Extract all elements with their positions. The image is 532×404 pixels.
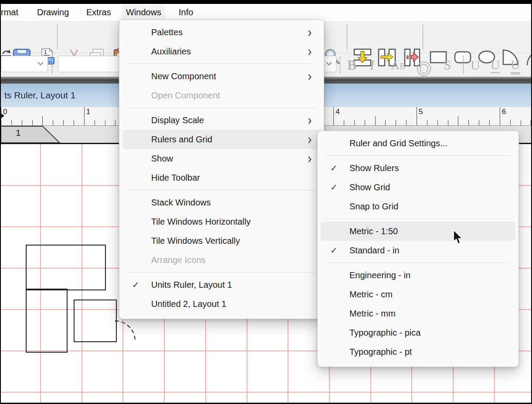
layout-tab[interactable] [1, 126, 62, 143]
menu-item-label: Metric - 1:50 [321, 226, 398, 236]
submenu-item-typographic-pica[interactable]: Typographic - pica [321, 323, 515, 342]
ruler-tick [396, 120, 396, 125]
ruler-tick [385, 120, 386, 125]
ruler-tick [74, 120, 74, 125]
menu-separator [128, 272, 315, 273]
ruler-tick [53, 120, 53, 125]
draw-arc-icon[interactable] [525, 48, 531, 67]
ruler-tick [468, 120, 469, 125]
menu-item-open-component: Open Component [122, 86, 321, 105]
window-title: ts Ruler, Layout 1 [4, 84, 75, 107]
chevron-right-icon: › [308, 150, 312, 167]
ruler-tick [1, 107, 1, 125]
menu-item-hide-toolbar[interactable]: Hide Toolbar [122, 168, 321, 187]
submenu-item-metric-1-50[interactable]: Metric - 1:50 [321, 222, 515, 241]
toolbar-separator [340, 56, 340, 74]
ruler-tick [489, 120, 490, 125]
underline-button[interactable]: U [471, 57, 480, 74]
toolbar-separator [347, 24, 347, 50]
ruler-tick [333, 107, 334, 125]
ruler-tick [22, 120, 22, 125]
ruler-number: 5 [419, 108, 423, 116]
menu-item-label: Palettes [122, 27, 183, 37]
chevron-right-icon: › [308, 111, 312, 128]
style-dropdown[interactable] [1, 56, 48, 72]
menu-item-label: Ruler and Grid Settings... [321, 138, 447, 148]
menu-item-show[interactable]: Show› [122, 149, 321, 168]
chevron-down-icon [325, 61, 332, 66]
menu-item-units-ruler-layout-1[interactable]: ✓Units Ruler, Layout 1 [122, 275, 321, 294]
submenu-item-ruler-and-grid-settings[interactable]: Ruler and Grid Settings... [321, 134, 515, 153]
toolbar-separator [463, 56, 464, 74]
ruler-tick [437, 120, 438, 125]
submenu-item-standard-in[interactable]: ✓Standard - in [321, 241, 515, 260]
menu-item-display-scale[interactable]: Display Scale› [122, 111, 321, 130]
menu-separator [326, 155, 510, 156]
drawn-rectangle-shape[interactable] [26, 289, 68, 353]
menu-item-tile-windows-horizontally[interactable]: Tile Windows Horizontally [122, 212, 321, 231]
svg-text:1: 1 [44, 49, 47, 55]
menu-bar: rmat Drawing Extras Windows Info [1, 4, 531, 21]
menu-item-label: Tile Windows Vertically [122, 236, 240, 246]
menubar-item-info[interactable]: Info [174, 5, 197, 20]
menu-item-arrange-icons: Arrange Icons [122, 250, 321, 269]
menu-item-label: New Component [122, 71, 216, 81]
menu-item-untitled-2-layout-1[interactable]: Untitled 2, Layout 1 [122, 294, 321, 313]
smallcaps-button[interactable]: AB [391, 57, 406, 75]
ruler-tick [521, 120, 521, 125]
ruler-tick [417, 107, 417, 125]
menu-item-rulers-and-grid[interactable]: Rulers and Grid› [122, 130, 321, 149]
ruler-tick [11, 120, 12, 125]
menu-item-label: Hide Toolbar [122, 173, 200, 183]
outline-style-button[interactable] [416, 61, 432, 77]
toolbar-separator [423, 24, 423, 50]
submenu-item-snap-to-grid[interactable]: Snap to Grid [321, 197, 515, 216]
ruler-number: 0 [3, 108, 7, 116]
ruler-number: 4 [335, 108, 339, 116]
ruler-tick [427, 120, 427, 125]
ruler-tick [95, 120, 95, 125]
menu-item-stack-windows[interactable]: Stack Windows [122, 193, 321, 212]
menu-item-label: Typographic - pt [321, 347, 412, 357]
shadow-style-button[interactable]: S [444, 57, 451, 74]
check-icon: ✓ [330, 163, 343, 173]
ruler-tick [458, 116, 458, 125]
menu-item-label: Stack Windows [122, 198, 211, 208]
check-icon: ✓ [330, 245, 343, 256]
menubar-item-extras[interactable]: Extras [82, 5, 115, 20]
submenu-item-metric-mm[interactable]: Metric - mm [321, 304, 515, 323]
ruler-tick [448, 120, 448, 125]
submenu-item-typographic-pt[interactable]: Typographic - pt [321, 342, 515, 361]
submenu-item-engineering-in[interactable]: Engineering - in [321, 266, 515, 285]
menu-item-label: Auxiliaries [122, 47, 191, 57]
ruler-tick [406, 120, 407, 125]
drawn-rectangle-shape[interactable] [74, 300, 117, 342]
app-window: rmat Drawing Extras Windows Info 1 [0, 0, 532, 404]
menu-item-label: Open Component [122, 91, 220, 101]
windows-menu: Palettes› Auxiliaries› New Component› Op… [119, 20, 324, 319]
toolbar-separator [57, 24, 58, 50]
menu-separator [326, 263, 510, 263]
underline-double-button[interactable]: U [511, 57, 520, 74]
ruler-tick [84, 107, 85, 125]
menubar-item-windows[interactable]: Windows [122, 5, 166, 20]
italic-button[interactable]: I [370, 57, 374, 74]
submenu-item-metric-cm[interactable]: Metric - cm [321, 285, 515, 304]
layout-tab-label[interactable]: 1 [16, 128, 21, 138]
submenu-item-show-grid[interactable]: ✓Show Grid [321, 178, 515, 197]
underline-single-button[interactable]: U [491, 57, 500, 73]
menu-item-auxiliaries[interactable]: Auxiliaries› [122, 42, 321, 61]
bold-button[interactable]: B [347, 57, 356, 74]
submenu-item-show-rulers[interactable]: ✓Show Rulers [321, 158, 515, 178]
menu-item-tile-windows-vertically[interactable]: Tile Windows Vertically [122, 231, 321, 250]
chevron-right-icon: › [308, 67, 312, 84]
menubar-item-drawing[interactable]: Drawing [33, 5, 73, 20]
menu-item-new-component[interactable]: New Component› [122, 67, 321, 86]
menu-item-palettes[interactable]: Palettes› [122, 23, 321, 42]
draw-rounded-rectangle-icon[interactable] [453, 48, 472, 67]
menu-item-label: Engineering - in [321, 270, 410, 280]
toolbar-separator [52, 56, 52, 74]
drawn-rectangle-shape[interactable] [26, 245, 106, 290]
menubar-item-format-partial[interactable]: rmat [0, 5, 23, 20]
menu-item-label: Typographic - pica [321, 328, 420, 338]
